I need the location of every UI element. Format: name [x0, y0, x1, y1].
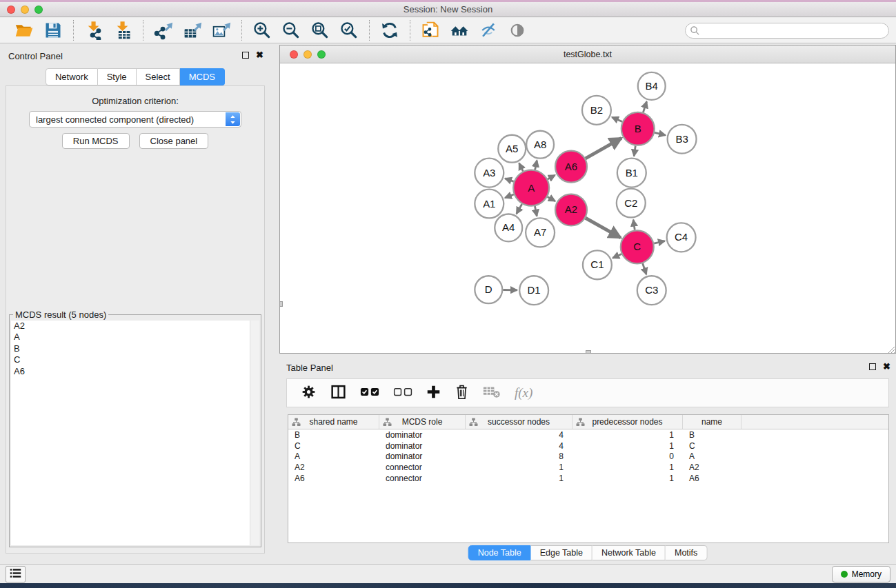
mcds-result-item[interactable]: A: [11, 332, 259, 343]
mcds-result-item[interactable]: A2: [11, 321, 259, 332]
graph-node-C[interactable]: C: [621, 230, 654, 263]
graph-edge-A-A5[interactable]: [519, 163, 524, 172]
run-mcds-button[interactable]: Run MCDS: [62, 133, 130, 149]
graph-edge-B-B1[interactable]: [634, 146, 635, 156]
graph-node-A[interactable]: A: [513, 170, 549, 206]
zoom-selected-button[interactable]: [337, 19, 361, 41]
network-maximize-button[interactable]: [317, 50, 326, 59]
network-canvas[interactable]: AA1A2A3A4A5A6A7A8BB1B2B3B4CC1C2C3C4DD1: [280, 63, 895, 353]
tab-select[interactable]: Select: [137, 68, 180, 85]
zoom-out-button[interactable]: [279, 19, 303, 41]
export-table-button[interactable]: [180, 19, 205, 41]
mcds-result-item[interactable]: C: [11, 354, 259, 365]
export-image-button[interactable]: [209, 19, 234, 41]
close-panel-button[interactable]: Close panel: [139, 133, 209, 149]
import-table-button[interactable]: [110, 19, 135, 41]
import-network-button[interactable]: [81, 19, 106, 41]
first-neighbors-button[interactable]: [447, 19, 472, 41]
search-input[interactable]: [685, 23, 889, 39]
graph-node-B[interactable]: B: [621, 112, 655, 145]
tab-mcds[interactable]: MCDS: [180, 68, 225, 85]
mcds-result-item[interactable]: A6: [11, 366, 259, 377]
delete-table-button[interactable]: [483, 383, 501, 403]
tab-edge-table[interactable]: Edge Table: [531, 545, 593, 560]
graph-node-A7[interactable]: A7: [526, 218, 555, 247]
delete-row-button[interactable]: [455, 383, 469, 403]
export-network-button[interactable]: [151, 19, 176, 41]
graph-node-A2[interactable]: A2: [555, 194, 587, 226]
tab-network-table[interactable]: Network Table: [593, 545, 666, 560]
network-close-button[interactable]: [290, 50, 298, 59]
tab-motifs[interactable]: Motifs: [666, 545, 707, 560]
scrollbar-track[interactable]: [250, 321, 259, 545]
graph-edge-A-A4[interactable]: [517, 204, 522, 214]
tab-node-table[interactable]: Node Table: [468, 545, 531, 560]
graph-edge-A-A8[interactable]: [535, 161, 537, 170]
graph-node-A8[interactable]: A8: [526, 131, 554, 159]
mcds-result-item[interactable]: B: [11, 343, 259, 354]
graph-node-A1[interactable]: A1: [475, 190, 504, 219]
graph-edge-A-A7[interactable]: [535, 206, 537, 216]
float-panel-icon[interactable]: [242, 52, 249, 59]
resize-handle-bottom[interactable]: [586, 350, 591, 354]
table-row[interactable]: Cdominator41C: [288, 440, 888, 452]
graph-edge-A2-C[interactable]: [586, 218, 621, 238]
network-minimize-button[interactable]: [303, 50, 312, 59]
graph-node-C2[interactable]: C2: [617, 189, 646, 218]
graph-node-A6[interactable]: A6: [555, 151, 587, 183]
graph-node-B3[interactable]: B3: [668, 125, 697, 154]
zoom-fit-button[interactable]: [308, 19, 332, 41]
close-panel-icon[interactable]: ✖: [256, 52, 263, 59]
select-all-button[interactable]: [360, 383, 379, 403]
refresh-layout-button[interactable]: [377, 19, 402, 41]
open-session-button[interactable]: [12, 19, 37, 41]
show-all-button[interactable]: [505, 19, 530, 41]
maximize-button[interactable]: [34, 6, 43, 14]
resize-grip-icon[interactable]: [886, 344, 895, 352]
graph-node-D1[interactable]: D1: [519, 276, 548, 305]
graph-node-C1[interactable]: C1: [583, 250, 612, 279]
table-row[interactable]: Adominator80A: [288, 452, 888, 463]
tab-style[interactable]: Style: [98, 68, 137, 85]
duplicate-network-button[interactable]: [418, 19, 443, 41]
graph-edge-B-B3[interactable]: [655, 132, 666, 135]
table-row[interactable]: Bdominator41B: [288, 429, 888, 440]
deselect-all-button[interactable]: [393, 383, 412, 403]
graph-node-B2[interactable]: B2: [582, 96, 611, 125]
graph-edge-A6-B[interactable]: [586, 138, 621, 159]
resize-handle-left[interactable]: [279, 301, 283, 307]
graph-node-B1[interactable]: B1: [617, 159, 646, 187]
table-row[interactable]: A2connector11A2: [288, 462, 888, 473]
column-header-MCDS-role[interactable]: MCDS role: [379, 415, 466, 429]
graph-edge-C-C1[interactable]: [613, 254, 621, 258]
graph-node-A4[interactable]: A4: [495, 214, 522, 241]
save-session-button[interactable]: [41, 19, 66, 41]
graph-edge-C-C2[interactable]: [633, 220, 635, 230]
graph-edge-B-B4[interactable]: [643, 101, 646, 112]
close-button[interactable]: [7, 6, 15, 14]
minimize-button[interactable]: [21, 6, 29, 14]
settings-button[interactable]: [301, 383, 317, 403]
graph-node-D[interactable]: D: [475, 276, 502, 303]
column-header-successor-nodes[interactable]: successor nodes: [466, 415, 573, 429]
columns-button[interactable]: [330, 383, 346, 403]
graph-edge-A-A2[interactable]: [548, 197, 555, 201]
add-row-button[interactable]: [426, 383, 441, 403]
zoom-in-button[interactable]: [250, 19, 275, 41]
criterion-select[interactable]: largest connected component (directed): [29, 111, 241, 128]
float-table-panel-icon[interactable]: [869, 363, 876, 370]
column-header-name[interactable]: name: [683, 415, 741, 429]
graph-node-C3[interactable]: C3: [637, 276, 666, 305]
graph-node-B4[interactable]: B4: [638, 72, 666, 100]
column-header-shared-name[interactable]: shared name: [288, 415, 379, 429]
graph-edge-A-A6[interactable]: [548, 175, 555, 179]
graph-edge-C-C4[interactable]: [654, 241, 665, 243]
graph-edge-A-A1[interactable]: [505, 194, 514, 198]
graph-node-A3[interactable]: A3: [475, 159, 504, 187]
graph-edge-B-B2[interactable]: [612, 117, 622, 122]
graph-node-A5[interactable]: A5: [498, 135, 526, 163]
tab-network[interactable]: Network: [46, 68, 98, 85]
graph-node-C4[interactable]: C4: [667, 223, 696, 252]
show-panels-button[interactable]: [6, 566, 26, 582]
column-header-predecessor-nodes[interactable]: predecessor nodes: [573, 415, 683, 429]
